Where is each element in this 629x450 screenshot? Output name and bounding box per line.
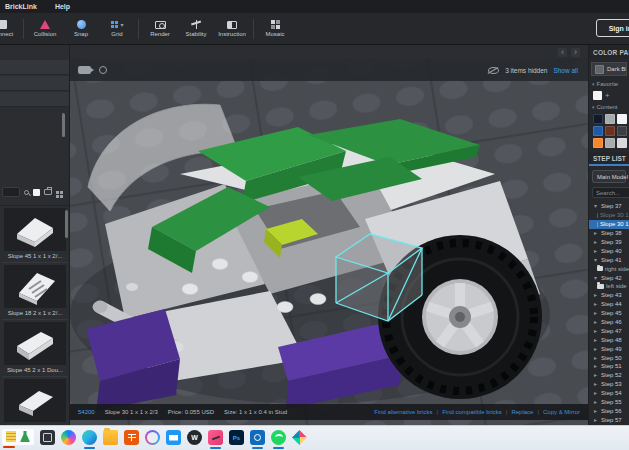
copilot-icon[interactable] <box>61 430 76 445</box>
photoshop-icon[interactable]: Ps <box>229 430 244 445</box>
show-all-link[interactable]: Show all <box>553 67 578 74</box>
viewport-3d[interactable]: 3 items hidden Show all <box>70 45 588 425</box>
step-list-header[interactable]: STEP LIST <box>589 152 629 166</box>
outlook-icon[interactable] <box>250 430 265 445</box>
content-color-swatch[interactable] <box>617 114 627 124</box>
step-list-step[interactable]: ▸Step 57 <box>589 415 629 424</box>
status-link[interactable]: Find compatible bricks <box>442 409 502 415</box>
spotify-icon[interactable] <box>271 430 286 445</box>
store-icon[interactable] <box>124 430 139 445</box>
part-tile[interactable]: Slope 18 2 x 1 x 2/... <box>2 263 68 320</box>
step-list-group[interactable]: right side <box>589 264 629 273</box>
favorite-color-swatch[interactable] <box>593 91 602 100</box>
status-link[interactable]: Replace <box>511 409 533 415</box>
step-list-step[interactable]: ▸Step 39 <box>589 238 629 247</box>
part-tile[interactable]: Slope 45 1 x 1 x 2/... <box>2 206 68 263</box>
status-link[interactable]: Copy & Mirror <box>543 409 580 415</box>
whiteboard-icon[interactable]: W <box>187 430 202 445</box>
tray-flask-icon[interactable] <box>20 431 30 442</box>
step-list-step[interactable]: ▸Step 49 <box>589 344 629 353</box>
folder-icon <box>597 284 604 289</box>
step-list-step[interactable]: ▸Step 48 <box>589 335 629 344</box>
step-list-step[interactable]: ▸Step 40 <box>589 246 629 255</box>
add-favorite-color-button[interactable]: + <box>605 92 610 100</box>
content-label: Content <box>597 104 618 110</box>
step-list-step[interactable]: ▸Step 54 <box>589 389 629 398</box>
step-list-step[interactable]: ▸Step 53 <box>589 380 629 389</box>
content-color-swatch[interactable] <box>593 126 603 136</box>
step-item-label: Step 47 <box>601 328 622 334</box>
file-explorer-icon[interactable] <box>103 430 118 445</box>
mail-icon[interactable] <box>166 430 181 445</box>
view-grid-icon[interactable] <box>56 191 59 194</box>
step-list-step[interactable]: ▸Step 46 <box>589 318 629 327</box>
step-list-step[interactable]: ▸Step 38 <box>589 229 629 238</box>
part-id-link[interactable]: 54200 <box>78 409 95 415</box>
lego-model-scene[interactable] <box>70 59 588 425</box>
step-list-step[interactable]: ▸Step 56 <box>589 406 629 415</box>
collision-button[interactable]: Collision <box>27 14 63 44</box>
step-list-step[interactable]: ▸Step 50 <box>589 353 629 362</box>
step-item-label: Step 56 <box>601 408 622 414</box>
chevron-down-icon: ▾ <box>592 256 599 264</box>
content-section-toggle[interactable]: Content <box>589 102 629 112</box>
step-list-step[interactable]: ▾Step 42 <box>589 273 629 282</box>
content-color-swatch[interactable] <box>593 138 603 148</box>
render-button[interactable]: Render <box>142 14 178 44</box>
instruction-button[interactable]: Instruction <box>214 14 250 44</box>
main-model-tab[interactable]: Main Model <box>592 170 626 183</box>
tray-lines-icon[interactable] <box>6 431 16 442</box>
palette-category-row[interactable] <box>0 92 70 107</box>
step-list-step[interactable]: ▸Step 52 <box>589 371 629 380</box>
part-list-scrollbar[interactable] <box>65 210 68 238</box>
palette-category-row[interactable] <box>0 60 70 75</box>
bag-icon[interactable] <box>44 189 52 195</box>
step-search-input[interactable] <box>592 187 629 198</box>
camera-icon[interactable] <box>78 66 91 74</box>
menu-item-help[interactable]: Help <box>55 3 70 10</box>
toolbar: Connect Collision Snap ▾ Grid Re <box>0 13 629 45</box>
grid-button[interactable]: ▾ Grid <box>99 14 135 44</box>
orbit-icon[interactable] <box>99 66 107 74</box>
content-color-swatch[interactable] <box>617 126 627 136</box>
step-list-group[interactable]: left side <box>589 282 629 291</box>
palette-category-row[interactable] <box>0 76 70 91</box>
step-list-step[interactable]: ▸Step 51 <box>589 362 629 371</box>
part-search-input[interactable] <box>2 187 20 197</box>
step-list-step[interactable]: ▾Step 41 <box>589 255 629 264</box>
step-list-step[interactable]: ▸Step 45 <box>589 309 629 318</box>
content-color-swatch[interactable] <box>605 126 615 136</box>
menu-item-bricklink[interactable]: BrickLink <box>5 3 37 10</box>
palette-scrollbar[interactable] <box>62 113 65 137</box>
part-tile[interactable]: Slope 45 2 x 1 Dou... <box>2 320 68 377</box>
content-color-swatch[interactable] <box>605 114 615 124</box>
view-large-icon[interactable] <box>33 189 40 196</box>
mosaic-button[interactable]: Mosaic <box>257 14 293 44</box>
selected-color-row[interactable]: Dark Bluish Gray <box>591 62 627 76</box>
loop-icon[interactable] <box>145 430 160 445</box>
favorites-section-toggle[interactable]: Favorite <box>589 79 629 89</box>
stability-button[interactable]: Stability <box>178 14 214 44</box>
connect-button[interactable]: Connect <box>0 14 20 44</box>
part-tile[interactable]: Slope 45 2 x 1 Dou... <box>2 377 68 425</box>
status-link[interactable]: Find alternative bricks <box>374 409 432 415</box>
step-list-step[interactable]: ▸Step 47 <box>589 326 629 335</box>
step-list-step[interactable]: ▸Step 43 <box>589 291 629 300</box>
task-view-icon[interactable] <box>40 430 55 445</box>
sign-in-button[interactable]: Sign in <box>596 19 629 37</box>
step-list-step[interactable]: ▾Step 37 <box>589 202 629 211</box>
snap-button[interactable]: Snap <box>63 14 99 44</box>
step-list-part[interactable]: Slope 30 1 x 1 x 2/3 <box>589 220 629 229</box>
step-list-part[interactable]: Slope 30 1 x 1 x 2/3 <box>589 211 629 220</box>
pink-app-icon[interactable] <box>208 430 223 445</box>
step-list-step[interactable]: ▸Step 44 <box>589 300 629 309</box>
panel-next-icon[interactable] <box>571 48 580 57</box>
diamond-icon[interactable] <box>292 430 307 445</box>
content-color-swatch[interactable] <box>605 138 615 148</box>
step-list-step[interactable]: ▸Step 55 <box>589 398 629 407</box>
content-color-swatch[interactable] <box>617 138 627 148</box>
edge-icon[interactable] <box>82 430 97 445</box>
content-color-swatch[interactable] <box>593 114 603 124</box>
render-camera-icon <box>155 21 166 29</box>
panel-prev-icon[interactable] <box>558 48 567 57</box>
